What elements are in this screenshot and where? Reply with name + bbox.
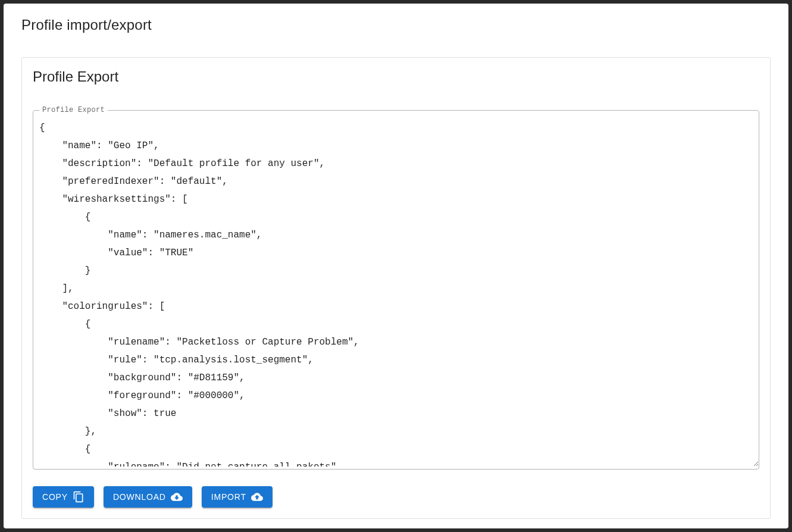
profile-export-textarea[interactable] — [33, 111, 759, 467]
copy-icon — [73, 491, 84, 503]
page-title: Profile import/export — [21, 17, 771, 33]
download-button[interactable]: Download — [104, 486, 192, 508]
import-button-label: Import — [211, 492, 246, 502]
import-button[interactable]: Import — [202, 486, 273, 508]
export-card: Profile Export Profile Export Copy Downl… — [21, 57, 771, 519]
copy-button-label: Copy — [42, 492, 68, 502]
cloud-download-icon — [171, 491, 183, 503]
fieldset-legend: Profile Export — [39, 106, 108, 114]
page-wrapper[interactable]: Profile import/export Profile Export Pro… — [4, 4, 788, 528]
content-area: Profile import/export Profile Export Pro… — [4, 4, 788, 528]
export-fieldset: Profile Export — [33, 110, 759, 470]
download-button-label: Download — [113, 492, 166, 502]
cloud-upload-icon — [251, 491, 263, 503]
copy-button[interactable]: Copy — [33, 486, 94, 508]
button-row: Copy Download Import — [33, 486, 759, 508]
card-title: Profile Export — [33, 68, 759, 85]
